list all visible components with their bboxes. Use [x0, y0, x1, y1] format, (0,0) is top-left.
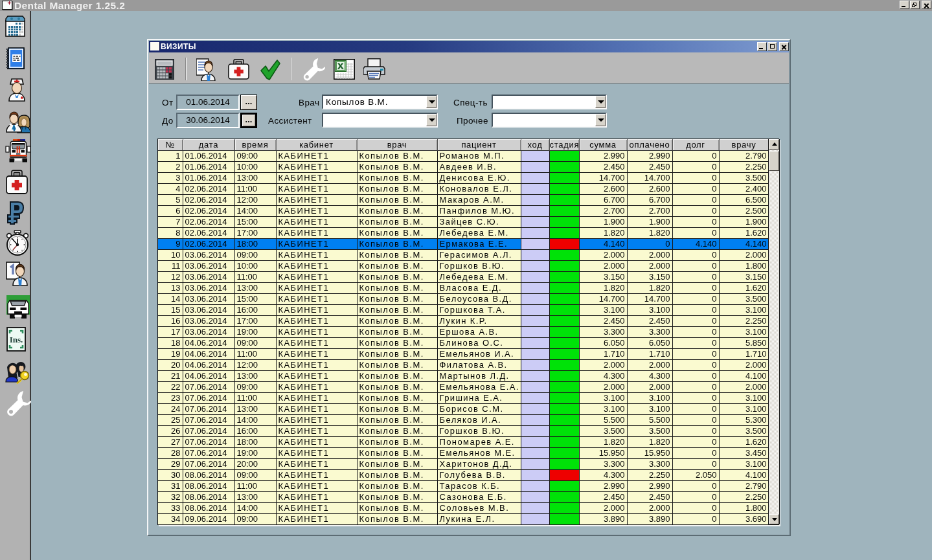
svg-text:Ins.: Ins.: [10, 335, 23, 344]
